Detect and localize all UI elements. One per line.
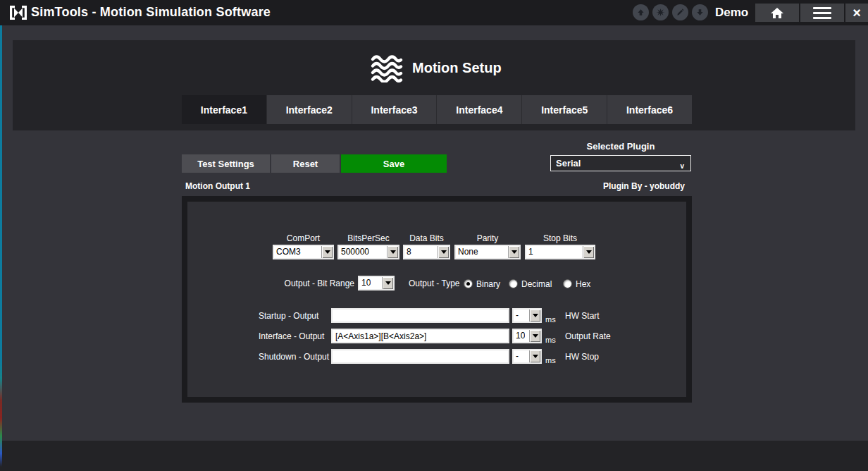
- parity-label: Parity: [454, 233, 521, 243]
- edge-accent-strip: [0, 25, 2, 467]
- arrow-up-icon[interactable]: [633, 4, 649, 20]
- dropdown-arrow-icon[interactable]: [529, 310, 540, 322]
- app-title: SimTools - Motion Simulation Software: [31, 5, 271, 20]
- tab-interface6[interactable]: Interface6: [607, 95, 692, 124]
- test-settings-button[interactable]: Test Settings: [182, 154, 270, 173]
- home-icon: [769, 6, 785, 19]
- interface-output-input[interactable]: [331, 329, 509, 343]
- startup-ms-label: ms: [545, 315, 556, 324]
- output-type-label: Output - Type: [409, 279, 460, 288]
- comport-label: ComPort: [273, 233, 334, 243]
- simtools-logo: [9, 5, 27, 20]
- output-rate-label: Output Rate: [565, 331, 611, 341]
- tab-interface2[interactable]: Interface2: [266, 95, 352, 124]
- tab-interface4[interactable]: Interface4: [436, 95, 521, 124]
- shutdown-interval-dropdown[interactable]: -: [512, 349, 542, 364]
- bitspersec-label: BitsPerSec: [337, 233, 399, 243]
- dropdown-arrow-icon[interactable]: [438, 246, 449, 258]
- comport-dropdown[interactable]: COM3: [273, 245, 334, 259]
- radio-decimal[interactable]: [509, 279, 518, 288]
- bitspersec-dropdown[interactable]: 500000: [337, 245, 399, 259]
- stopbits-label: Stop Bits: [525, 233, 595, 243]
- radio-hex-label[interactable]: Hex: [576, 279, 590, 289]
- motion-output-title: Motion Output 1: [185, 181, 250, 191]
- bottom-strip: [0, 441, 868, 471]
- reset-button[interactable]: Reset: [271, 154, 340, 173]
- close-icon: ×: [852, 6, 861, 20]
- hw-start-label: HW Start: [565, 311, 600, 321]
- startup-output-label: Startup - Output: [259, 311, 318, 321]
- selected-plugin-label: Selected Plugin: [550, 141, 691, 152]
- dropdown-arrow-icon[interactable]: [508, 246, 519, 258]
- radio-decimal-label[interactable]: Decimal: [521, 279, 552, 289]
- bit-range-label: Output - Bit Range: [268, 279, 354, 288]
- page-title: Motion Setup: [412, 60, 502, 76]
- selected-plugin-value: Serial: [556, 158, 581, 169]
- arrow-down-icon[interactable]: [692, 4, 708, 20]
- interface-output-label: Interface - Output: [259, 331, 324, 341]
- shutdown-output-label: Shutdown - Output: [259, 352, 329, 362]
- dropdown-arrow-icon[interactable]: [583, 246, 594, 258]
- hw-stop-label: HW Stop: [565, 352, 599, 362]
- interface-ms-label: ms: [545, 336, 556, 344]
- dropdown-arrow-icon[interactable]: [321, 246, 333, 258]
- tab-interface5[interactable]: Interface5: [521, 95, 607, 124]
- home-button[interactable]: [755, 4, 799, 22]
- chevron-down-icon: v: [680, 159, 684, 173]
- user-label: Demo: [715, 6, 748, 20]
- interface-interval-dropdown[interactable]: 10: [512, 329, 542, 343]
- shutdown-output-input[interactable]: [331, 349, 509, 364]
- dropdown-arrow-icon[interactable]: [529, 350, 540, 362]
- selected-plugin-dropdown[interactable]: Serial v: [550, 155, 691, 171]
- pencil-icon[interactable]: [672, 4, 688, 20]
- dropdown-arrow-icon[interactable]: [382, 277, 393, 289]
- startup-output-input[interactable]: [331, 308, 509, 323]
- radio-binary[interactable]: [464, 279, 473, 288]
- titlebar: SimTools - Motion Simulation Software De…: [0, 0, 868, 25]
- wave-icon: [371, 54, 403, 82]
- startup-interval-dropdown[interactable]: -: [512, 308, 542, 323]
- bit-range-dropdown[interactable]: 10: [358, 276, 395, 290]
- close-button[interactable]: ×: [845, 4, 868, 22]
- tab-interface3[interactable]: Interface3: [352, 95, 437, 124]
- dropdown-arrow-icon[interactable]: [387, 246, 398, 258]
- databits-label: Data Bits: [403, 233, 450, 243]
- tab-interface1[interactable]: Interface1: [182, 95, 266, 124]
- radio-hex[interactable]: [563, 279, 572, 288]
- radio-binary-label[interactable]: Binary: [476, 279, 500, 289]
- plugin-by-label: Plugin By - yobuddy: [551, 181, 685, 191]
- shutdown-ms-label: ms: [545, 356, 556, 365]
- motion-output-panel: [182, 196, 692, 403]
- save-button[interactable]: Save: [341, 154, 447, 173]
- parity-dropdown[interactable]: None: [454, 245, 521, 259]
- menu-icon: [813, 7, 831, 19]
- databits-dropdown[interactable]: 8: [403, 245, 450, 259]
- app-window: SimTools - Motion Simulation Software De…: [0, 0, 868, 471]
- interface-tabs: Interface1 Interface2 Interface3 Interfa…: [182, 95, 692, 124]
- dropdown-arrow-icon[interactable]: [529, 330, 540, 342]
- menu-button[interactable]: [800, 4, 844, 22]
- burst-icon[interactable]: [652, 4, 669, 20]
- stopbits-dropdown[interactable]: 1: [525, 245, 595, 259]
